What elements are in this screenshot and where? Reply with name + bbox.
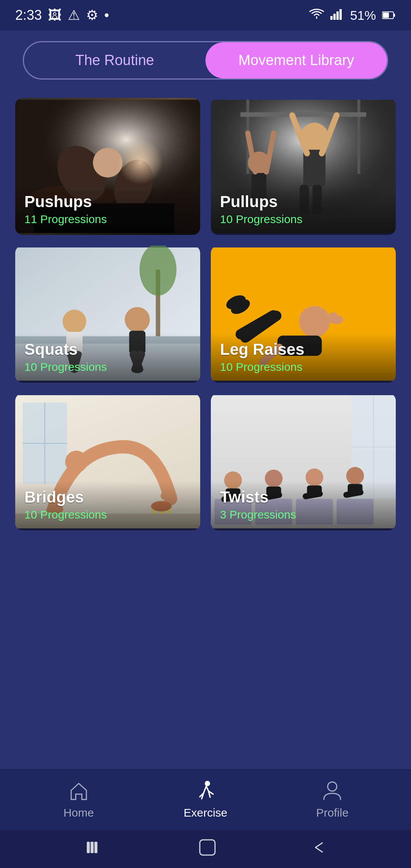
bottom-nav: Home Exercise Profile [0, 769, 411, 830]
status-bar: 2:33 🖼 ⚠ ⚙ • 51% [0, 0, 411, 30]
twists-title: Twists [220, 488, 387, 506]
time-display: 2:33 [15, 7, 42, 23]
pushups-overlay: Pushups 11 Progressions [15, 185, 200, 235]
tab-bar: The Routine Movement Library [0, 30, 411, 90]
svg-rect-2 [336, 11, 339, 20]
svg-point-34 [62, 310, 86, 333]
svg-point-11 [93, 148, 123, 177]
home-button[interactable] [198, 838, 217, 860]
exercise-grid: Pushups 11 Progressions [0, 90, 411, 538]
tab-movement-library[interactable]: Movement Library [206, 42, 387, 78]
system-nav [0, 830, 411, 868]
legraises-overlay: Leg Raises 10 Progressions [211, 333, 396, 383]
home-label: Home [64, 806, 94, 819]
twists-overlay: Twists 3 Progressions [211, 481, 396, 530]
svg-point-61 [65, 451, 87, 473]
svg-rect-87 [94, 842, 97, 853]
warning-icon: ⚠ [68, 7, 80, 23]
dot-icon: • [104, 7, 109, 23]
bridges-subtitle: 10 Progressions [24, 508, 191, 521]
squats-subtitle: 10 Progressions [24, 361, 191, 373]
squats-overlay: Squats 10 Progressions [15, 333, 200, 383]
svg-point-84 [328, 782, 337, 791]
svg-point-33 [140, 246, 177, 295]
card-pushups[interactable]: Pushups 11 Progressions [15, 98, 200, 235]
card-legraises[interactable]: Leg Raises 10 Progressions [211, 246, 396, 383]
pushups-subtitle: 11 Progressions [24, 213, 191, 226]
card-bridges[interactable]: Bridges 10 Progressions [15, 393, 200, 530]
exercise-label: Exercise [183, 806, 227, 819]
nav-exercise[interactable]: Exercise [142, 780, 269, 819]
battery-percent: 51% [350, 8, 376, 23]
card-squats[interactable]: Squats 10 Progressions [15, 246, 200, 383]
pullups-title: Pullups [220, 193, 387, 211]
svg-rect-0 [330, 16, 333, 20]
svg-point-38 [125, 307, 150, 332]
card-pullups[interactable]: Pullups 10 Progressions [211, 98, 396, 235]
svg-rect-6 [383, 13, 389, 18]
nav-home[interactable]: Home [15, 780, 142, 819]
pullups-subtitle: 10 Progressions [220, 213, 387, 226]
svg-rect-3 [339, 9, 342, 20]
back-button[interactable] [311, 840, 326, 858]
svg-point-44 [330, 315, 343, 324]
status-right: 51% [309, 8, 396, 23]
photo-icon: 🖼 [48, 7, 62, 23]
bridges-overlay: Bridges 10 Progressions [15, 481, 200, 530]
card-twists[interactable]: Twists 3 Progressions [211, 393, 396, 530]
legraises-subtitle: 10 Progressions [220, 361, 387, 373]
wifi-icon [309, 8, 324, 23]
tab-the-routine[interactable]: The Routine [24, 42, 206, 78]
svg-point-83 [205, 781, 210, 786]
home-icon [67, 780, 90, 803]
bridges-title: Bridges [24, 488, 191, 506]
twists-subtitle: 3 Progressions [220, 508, 387, 521]
tab-container: The Routine Movement Library [23, 41, 388, 80]
settings-icon: ⚙ [86, 7, 98, 23]
squats-title: Squats [24, 341, 191, 358]
svg-rect-1 [333, 14, 336, 20]
svg-rect-5 [393, 14, 395, 17]
battery-icon [382, 8, 396, 23]
svg-point-43 [299, 306, 330, 337]
svg-rect-88 [200, 840, 215, 855]
menu-button[interactable] [85, 840, 104, 858]
pushups-title: Pushups [24, 193, 191, 211]
profile-icon [321, 780, 344, 803]
legraises-title: Leg Raises [220, 341, 387, 358]
status-left: 2:33 🖼 ⚠ ⚙ • [15, 7, 109, 23]
nav-profile[interactable]: Profile [269, 780, 396, 819]
svg-rect-85 [87, 842, 90, 853]
profile-label: Profile [316, 806, 349, 819]
signal-icon [330, 8, 344, 23]
svg-rect-86 [91, 842, 94, 853]
pullups-overlay: Pullups 10 Progressions [211, 185, 396, 235]
exercise-icon [194, 780, 217, 803]
